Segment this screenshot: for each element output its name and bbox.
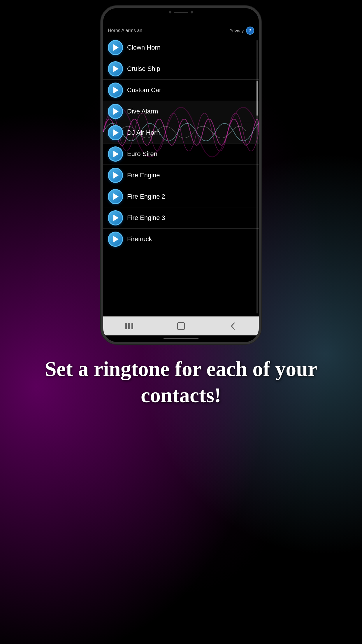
sound-name-6: Euro Siren [127, 150, 157, 158]
play-icon-2 [113, 66, 119, 72]
sound-list-item: Dive Alarm [103, 101, 259, 122]
play-icon-7 [113, 172, 119, 178]
play-icon-8 [113, 193, 119, 200]
play-button-4[interactable] [108, 104, 123, 119]
privacy-link[interactable]: Privacy [229, 28, 244, 33]
play-button-3[interactable] [108, 83, 123, 98]
nav-home-icon[interactable] [174, 320, 188, 332]
play-button-8[interactable] [108, 189, 123, 204]
play-icon-1 [113, 44, 119, 51]
sound-list-item: DJ Air Horn [103, 122, 259, 144]
sound-name-9: Fire Engine 3 [127, 214, 165, 222]
play-button-6[interactable] [108, 146, 123, 162]
phone-notch [158, 8, 204, 16]
play-button-9[interactable] [108, 210, 123, 225]
app-screen: Horns Alarms an Privacy ? [103, 24, 259, 342]
svg-rect-0 [125, 323, 127, 329]
sound-list[interactable]: Clown Horn Cruise Ship Custom Car Dive A… [103, 37, 259, 316]
play-icon-9 [113, 215, 119, 221]
home-bar [164, 338, 198, 339]
play-button-7[interactable] [108, 168, 123, 183]
nav-back-icon[interactable] [226, 320, 240, 332]
play-icon-3 [113, 87, 119, 93]
promotional-text: Set a ringtone for each of your contacts… [17, 356, 345, 408]
svg-rect-2 [131, 323, 133, 329]
play-button-5[interactable] [108, 125, 123, 140]
play-button-1[interactable] [108, 40, 123, 55]
sound-list-item: Fire Engine [103, 165, 259, 186]
nav-menu-icon[interactable] [122, 320, 136, 332]
sound-name-2: Cruise Ship [127, 65, 160, 73]
notch-speaker [174, 12, 188, 13]
sound-list-item: Euro Siren [103, 144, 259, 165]
header-right: Privacy ? [229, 27, 254, 35]
phone-notch-area [103, 8, 259, 24]
play-button-2[interactable] [108, 61, 123, 76]
promotional-text-container: Set a ringtone for each of your contacts… [0, 356, 362, 408]
play-icon-6 [113, 151, 119, 157]
scroll-indicator [256, 40, 258, 314]
app-header: Horns Alarms an Privacy ? [103, 24, 259, 37]
sound-list-item: Custom Car [103, 80, 259, 101]
play-button-10[interactable] [108, 232, 123, 247]
sound-name-4: Dive Alarm [127, 108, 158, 115]
svg-rect-1 [128, 323, 130, 329]
notch-camera [169, 11, 171, 13]
bottom-nav-bar [103, 316, 259, 335]
phone-frame: Horns Alarms an Privacy ? [101, 6, 261, 344]
phone-side-button [260, 72, 261, 90]
sound-name-3: Custom Car [127, 86, 161, 94]
sound-name-5: DJ Air Horn [127, 129, 160, 136]
sound-list-item: Fire Engine 2 [103, 186, 259, 207]
play-icon-4 [113, 108, 119, 115]
sound-list-item: Firetruck [103, 229, 259, 250]
sound-name-10: Firetruck [127, 235, 152, 243]
sound-list-item: Clown Horn [103, 37, 259, 58]
svg-rect-3 [178, 323, 184, 330]
sound-list-item: Fire Engine 3 [103, 207, 259, 229]
scroll-thumb [256, 81, 258, 116]
app-title: Horns Alarms an [108, 28, 142, 33]
home-indicator [103, 335, 259, 342]
sound-name-7: Fire Engine [127, 172, 160, 179]
sound-name-1: Clown Horn [127, 44, 161, 51]
help-button[interactable]: ? [246, 27, 254, 35]
play-icon-10 [113, 236, 119, 242]
play-icon-5 [113, 130, 119, 136]
sound-list-item: Cruise Ship [103, 58, 259, 80]
notch-sensor [191, 11, 193, 13]
sound-name-8: Fire Engine 2 [127, 193, 165, 200]
